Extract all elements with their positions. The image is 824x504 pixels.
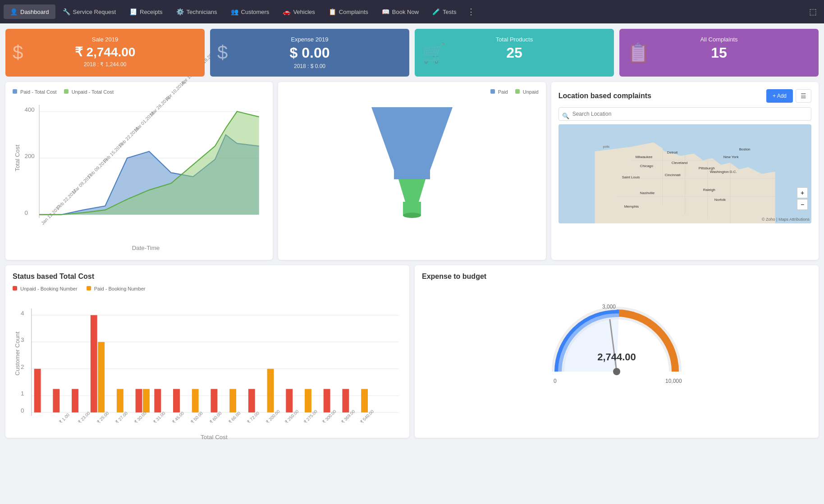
service-request-icon: 🔧 [63, 8, 70, 15]
tests-icon: 🧪 [432, 8, 440, 15]
funnel-unpaid-legend: Unpaid [515, 89, 539, 95]
svg-marker-19 [398, 179, 426, 202]
svg-point-101 [613, 368, 620, 375]
bottom-row: Status based Total Cost Unpaid - Booking… [0, 265, 824, 443]
zoom-out-button[interactable]: − [797, 199, 808, 210]
location-menu-button[interactable]: ☰ [796, 89, 811, 103]
funnel-chart-card: Paid Unpaid [278, 82, 545, 260]
paid-bar-legend: Paid - Booking Number [87, 286, 146, 291]
svg-text:Cincinnati: Cincinnati [664, 173, 680, 177]
location-title: Location based complaints [558, 92, 651, 100]
svg-rect-68 [154, 389, 161, 412]
products-icon: 🛒 [422, 42, 445, 64]
nav-customers[interactable]: 👥 Customers [224, 5, 276, 19]
funnel-container [285, 98, 538, 224]
funnel-legend: Paid Unpaid [285, 89, 538, 95]
unpaid-bar-legend: Unpaid - Booking Number [13, 286, 78, 291]
bar-chart-legend: Unpaid - Booking Number Paid - Booking N… [13, 286, 402, 291]
line-chart-card: Paid - Total Cost Unpaid - Total Cost 40… [5, 82, 273, 260]
paid-legend-dot [13, 89, 17, 94]
nav-book-now[interactable]: 📖 Book Now [375, 5, 425, 19]
svg-rect-18 [394, 170, 430, 179]
expense-gauge-card: Expense to budget 0 3,000 10,000 2,744. [415, 265, 819, 438]
svg-rect-63 [91, 315, 97, 412]
svg-marker-17 [371, 107, 453, 170]
svg-rect-78 [342, 389, 349, 412]
y-axis-label-200: 200 [25, 153, 35, 159]
vehicles-icon: 🚗 [283, 8, 290, 15]
svg-rect-67 [143, 389, 150, 412]
status-chart-card: Status based Total Cost Unpaid - Booking… [5, 265, 409, 438]
paid-bar-dot [87, 286, 91, 291]
svg-rect-79 [361, 389, 368, 412]
svg-text:Raleigh: Raleigh [703, 188, 715, 192]
y-axis-title: Total Cost [14, 145, 21, 171]
svg-text:10,000: 10,000 [665, 378, 682, 384]
stat-cards: $ Sale 2019 ₹ 2,744.00 2018 : ₹ 1,244.00… [0, 23, 824, 82]
svg-text:Boston: Boston [739, 147, 750, 151]
svg-text:Customer Count: Customer Count [14, 331, 21, 376]
svg-text:4: 4 [21, 309, 24, 316]
map-container: Milwaukee Detroit Boston Chicago Clevela… [558, 124, 811, 223]
unpaid-legend: Unpaid - Total Cost [64, 89, 114, 95]
svg-rect-69 [173, 389, 180, 412]
svg-point-21 [403, 213, 421, 218]
svg-rect-70 [192, 389, 199, 412]
svg-text:₹ 1.00: ₹ 1.00 [58, 412, 70, 424]
svg-text:Detroit: Detroit [667, 150, 678, 154]
navbar: 👤 Dashboard 🔧 Service Request 🧾 Receipts… [0, 0, 824, 23]
svg-text:Milwaukee: Milwaukee [635, 155, 652, 159]
add-location-button[interactable]: + Add [766, 89, 793, 103]
svg-rect-74 [267, 369, 274, 413]
location-actions: + Add ☰ [766, 89, 811, 103]
funnel-paid-dot [490, 89, 495, 94]
nav-right-icon[interactable]: ⬚ [806, 3, 820, 20]
location-search-wrapper: 🔍 [558, 107, 811, 124]
nav-more-button[interactable]: ⋮ [463, 3, 479, 20]
sale-icon: $ [13, 42, 23, 64]
y-axis-label: 400 [25, 106, 35, 113]
stat-card-sale: $ Sale 2019 ₹ 2,744.00 2018 : ₹ 1,244.00 [5, 29, 205, 77]
paid-legend: Paid - Total Cost [13, 89, 57, 95]
funnel-svg [367, 98, 457, 224]
svg-rect-62 [72, 389, 78, 412]
book-now-icon: 📖 [382, 8, 389, 15]
svg-text:3: 3 [21, 336, 24, 343]
nav-complaints[interactable]: 📋 Complaints [322, 5, 375, 19]
svg-text:Memphis: Memphis [624, 204, 638, 209]
zoom-in-button[interactable]: + [797, 187, 808, 198]
svg-rect-65 [117, 389, 124, 412]
svg-text:2,744.00: 2,744.00 [597, 351, 636, 363]
expense-gauge-title: Expense to budget [422, 272, 811, 281]
nav-technicians[interactable]: ⚙️ Technicians [170, 5, 224, 19]
svg-rect-71 [211, 389, 217, 412]
bar-chart-svg: 4 3 2 1 0 [13, 295, 402, 429]
stat-card-products: 🛒 Total Products 25 [415, 29, 614, 77]
location-search-input[interactable] [558, 107, 811, 121]
svg-rect-64 [98, 342, 105, 412]
svg-text:3,000: 3,000 [602, 304, 616, 310]
nav-vehicles[interactable]: 🚗 Vehicles [276, 5, 321, 19]
expense-icon: $ [217, 42, 228, 64]
gauge-svg: 0 3,000 10,000 2,744.00 [540, 295, 693, 394]
complaints-card-icon: 📋 [627, 42, 650, 64]
svg-text:Saint Louis: Saint Louis [622, 175, 640, 179]
svg-rect-72 [229, 389, 236, 412]
receipts-icon: 🧾 [129, 8, 137, 15]
svg-rect-60 [34, 369, 41, 413]
technicians-icon: ⚙️ [176, 8, 184, 15]
nav-service-request[interactable]: 🔧 Service Request [56, 5, 122, 19]
svg-rect-76 [305, 389, 311, 412]
svg-text:Washington D.C.: Washington D.C. [710, 170, 737, 174]
svg-text:0: 0 [554, 378, 557, 384]
svg-text:polis: polis [603, 145, 609, 149]
svg-text:New York: New York [723, 155, 739, 159]
dashboard-icon: 👤 [10, 8, 18, 15]
x-axis-title: Date-Time [132, 245, 160, 251]
stat-card-complaints: 📋 All Complaints 15 [619, 29, 819, 77]
nav-tests[interactable]: 🧪 Tests [426, 5, 462, 19]
nav-dashboard[interactable]: 👤 Dashboard [4, 5, 55, 19]
complaints-icon: 📋 [329, 8, 336, 15]
nav-receipts[interactable]: 🧾 Receipts [123, 5, 169, 19]
charts-row: Paid - Total Cost Unpaid - Total Cost 40… [0, 82, 824, 265]
